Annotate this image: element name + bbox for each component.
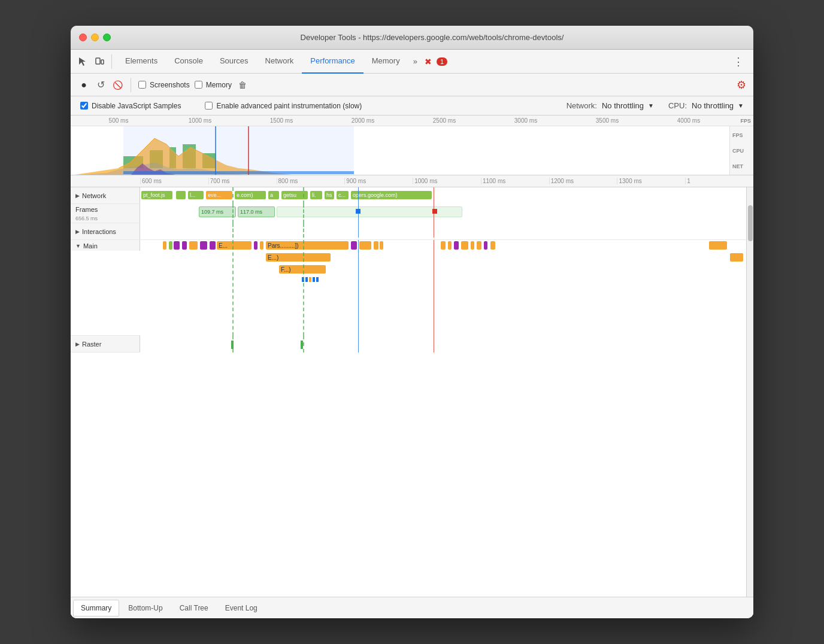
net-item-10[interactable]: opers.google.com) (351, 191, 432, 199)
network-track-label[interactable]: ▶ Network (71, 187, 140, 203)
cpu-throttle[interactable]: CPU: No throttling ▼ (668, 101, 744, 110)
stop-button[interactable]: 🚫 (111, 79, 123, 91)
main-track: ▼ Main E... (71, 240, 746, 336)
raster-track-content[interactable] (140, 336, 746, 353)
advanced-paint-checkbox[interactable] (205, 102, 213, 110)
tab-memory[interactable]: Memory (363, 50, 408, 74)
reload-button[interactable]: ↺ (95, 79, 107, 91)
main-8[interactable] (260, 241, 263, 250)
net-item-5[interactable]: a (268, 191, 279, 199)
clear-button[interactable]: 🗑 (237, 79, 249, 91)
main-12[interactable] (380, 241, 383, 250)
tab-performance[interactable]: Performance (302, 50, 363, 74)
main-r1[interactable] (441, 241, 446, 250)
main-5[interactable] (200, 241, 207, 250)
network-throttle[interactable]: Network: No throttling ▼ (566, 101, 654, 110)
main-11[interactable] (374, 241, 378, 250)
net-item-2[interactable]: l... (188, 191, 204, 199)
disable-js-label[interactable]: Disable JavaScript Samples (80, 102, 181, 110)
screenshots-checkbox-label[interactable]: Screenshots (138, 81, 190, 89)
menu-button[interactable]: ⋮ (728, 55, 749, 68)
main-0[interactable] (163, 241, 166, 250)
main-s2 (305, 277, 308, 282)
main-f1[interactable]: F...) (279, 265, 326, 274)
memory-checkbox-label[interactable]: Memory (195, 81, 232, 89)
main-dashed-1 (232, 240, 234, 336)
frame-0[interactable]: 109.7 ms (199, 206, 236, 217)
screenshots-checkbox[interactable] (138, 81, 146, 89)
call-tree-tab[interactable]: Call Tree (172, 600, 216, 616)
network-dropdown-icon: ▼ (648, 102, 654, 109)
inter-solid-blue (358, 223, 359, 238)
main-r5[interactable] (471, 241, 474, 250)
network-track-content[interactable]: pt_foot.js l... eve... e.com) a getsu li… (140, 187, 746, 204)
scrollbar-thumb[interactable] (748, 205, 753, 241)
net-item-1[interactable] (176, 191, 186, 199)
solid-line-blue (358, 187, 359, 204)
main-r7[interactable] (484, 241, 487, 250)
more-tabs[interactable]: » (408, 57, 422, 66)
net-item-9[interactable]: c... (337, 191, 349, 199)
main-3[interactable] (182, 241, 187, 250)
main-7[interactable] (254, 241, 258, 250)
memory-checkbox[interactable] (195, 81, 202, 89)
window-title: Developer Tools - https://developers.goo… (119, 33, 745, 42)
main-track-content[interactable]: E... Pars.........]) E (140, 240, 746, 336)
scrollbar[interactable] (746, 187, 753, 597)
main-r3[interactable] (454, 241, 459, 250)
main-track-label[interactable]: ▼ Main (71, 240, 140, 251)
frames-track-content[interactable]: 109.7 ms 117.0 ms (140, 204, 746, 223)
interactions-expand-arrow: ▶ (75, 229, 80, 235)
main-9[interactable] (351, 241, 357, 250)
frame-1[interactable]: 117.0 ms (238, 206, 275, 217)
raster-track-label[interactable]: ▶ Raster (71, 336, 140, 352)
frames-track-label[interactable]: Frames 656.5 ms (71, 204, 140, 223)
main-far-2[interactable] (730, 253, 743, 262)
nav-tabs: Elements Console Sources Network Perform… (117, 50, 447, 74)
net-item-4[interactable]: e.com) (235, 191, 266, 199)
interactions-track-label[interactable]: ▶ Interactions (71, 223, 140, 239)
net-item-7[interactable]: li. (310, 191, 322, 199)
settings-button[interactable]: ⚙ (737, 78, 746, 92)
main-solid-blue (358, 240, 359, 336)
tab-elements[interactable]: Elements (117, 50, 166, 74)
main-4[interactable] (189, 241, 198, 250)
raster-expand-arrow: ▶ (75, 341, 80, 347)
summary-tab[interactable]: Summary (73, 600, 119, 616)
record-button[interactable]: ● (78, 79, 90, 91)
advanced-paint-label[interactable]: Enable advanced paint instrumentation (s… (205, 102, 362, 110)
interactions-track-content[interactable] (140, 223, 746, 238)
svg-rect-11 (123, 126, 354, 174)
maximize-button[interactable] (103, 34, 111, 41)
main-2[interactable] (174, 241, 180, 250)
net-item-0[interactable]: pt_foot.js (141, 191, 172, 199)
record-toolbar: ● ↺ 🚫 Screenshots Memory 🗑 ⚙ (71, 74, 753, 96)
minimize-button[interactable] (91, 34, 99, 41)
svg-rect-2 (101, 60, 104, 64)
main-s5 (316, 277, 319, 282)
net-item-8[interactable]: hs (325, 191, 334, 199)
close-button[interactable] (79, 34, 87, 41)
raster-dashed-2 (303, 336, 304, 353)
tab-console[interactable]: Console (166, 50, 211, 74)
main-far-1[interactable] (709, 241, 727, 250)
bottom-up-tab[interactable]: Bottom-Up (120, 600, 170, 616)
main-r2[interactable] (448, 241, 452, 250)
cursor-icon[interactable] (75, 54, 90, 69)
main-e1[interactable]: E... (217, 241, 252, 250)
main-r8[interactable] (490, 241, 495, 250)
main-e2[interactable]: E...) (266, 253, 331, 262)
disable-js-checkbox[interactable] (80, 102, 88, 110)
tab-network[interactable]: Network (257, 50, 302, 74)
main-1[interactable] (169, 241, 172, 250)
tab-sources[interactable]: Sources (211, 50, 257, 74)
event-log-tab[interactable]: Event Log (217, 600, 265, 616)
main-r6[interactable] (477, 241, 481, 250)
main-6[interactable] (210, 241, 216, 250)
net-item-3[interactable]: eve... (206, 191, 232, 199)
main-r4[interactable] (461, 241, 468, 250)
main-10[interactable] (359, 241, 371, 250)
main-pars[interactable]: Pars.........]) (266, 241, 349, 250)
device-icon[interactable] (92, 54, 107, 69)
timeline-overview[interactable]: 500 ms 1000 ms 1500 ms 2000 ms 2500 ms 3… (71, 116, 753, 175)
